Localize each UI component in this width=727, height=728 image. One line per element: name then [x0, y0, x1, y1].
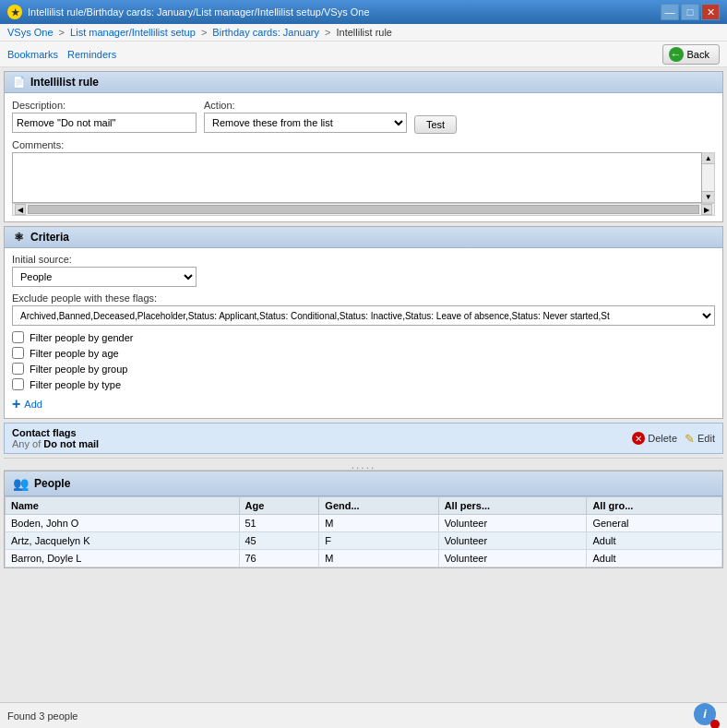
- add-row[interactable]: + Add: [12, 396, 715, 412]
- source-select[interactable]: People Groups Roles: [12, 267, 197, 287]
- toolbar: Bookmarks Reminders ← Back: [0, 42, 727, 67]
- rule-icon: 📄: [12, 76, 25, 89]
- breadcrumb-birthday-cards[interactable]: Birthday cards: January: [212, 27, 319, 38]
- title-bar-left: ★ Intellilist rule/Birthday cards: Janua…: [7, 5, 370, 19]
- status-bar: Found 3 people i: [0, 702, 727, 728]
- exclude-flags-label: Exclude people with these flags:: [12, 292, 715, 304]
- edit-icon: ✎: [685, 432, 695, 446]
- breadcrumb-current: Intellilist rule: [336, 27, 392, 38]
- intellilist-rule-title: Intellilist rule: [30, 76, 99, 89]
- initial-source-label: Initial source:: [12, 254, 715, 265]
- filter-age-label[interactable]: Filter people by age: [30, 348, 119, 359]
- contact-flags-left: Contact flags Any of Do not mail: [12, 427, 99, 449]
- table-cell-4: Adult: [587, 532, 722, 550]
- breadcrumb-list-manager[interactable]: List manager/Intellilist setup: [70, 27, 196, 38]
- people-panel: 👥 People Name Age Gend... All pers... Al…: [4, 471, 723, 568]
- info-badge: [710, 720, 720, 729]
- action-select[interactable]: Remove these from the list Add these to …: [204, 113, 407, 133]
- filter-gender-row: Filter people by gender: [12, 331, 715, 343]
- filter-age-checkbox[interactable]: [12, 347, 24, 359]
- contact-flags-any: Any of: [12, 438, 41, 449]
- col-all-groups: All gro...: [587, 497, 722, 515]
- description-input[interactable]: [12, 113, 197, 133]
- table-row[interactable]: Boden, John O51MVolunteerGeneral: [6, 515, 722, 532]
- filter-type-row: Filter people by type: [12, 378, 715, 390]
- comments-textarea[interactable]: [12, 152, 702, 203]
- table-header-row: Name Age Gend... All pers... All gro...: [6, 497, 722, 515]
- table-row[interactable]: Barron, Doyle L76MVolunteerAdult: [6, 550, 722, 567]
- title-bar-controls: — □ ✕: [661, 4, 720, 20]
- comments-scroll-area: ▲ ▼ ◀ ▶: [12, 152, 715, 216]
- window-title: Intellilist rule/Birthday cards: January…: [28, 6, 370, 18]
- delete-label: Delete: [648, 433, 677, 444]
- breadcrumb: VSys One > List manager/Intellilist setu…: [0, 24, 727, 42]
- comments-label: Comments:: [12, 139, 715, 150]
- action-field-block: Action: Remove these from the list Add t…: [204, 100, 407, 133]
- title-bar: ★ Intellilist rule/Birthday cards: Janua…: [0, 0, 727, 24]
- table-cell-1: 76: [239, 550, 319, 567]
- filter-gender-label[interactable]: Filter people by gender: [30, 332, 134, 343]
- table-row[interactable]: Artz, Jacquelyn K45FVolunteerAdult: [6, 532, 722, 550]
- contact-flags-actions: ✕ Delete ✎ Edit: [632, 432, 715, 446]
- action-label: Action:: [204, 100, 407, 111]
- test-button[interactable]: Test: [414, 115, 457, 134]
- maximize-button[interactable]: □: [681, 4, 699, 20]
- filter-group-checkbox[interactable]: [12, 363, 24, 375]
- resize-handle[interactable]: .....: [4, 458, 723, 471]
- vscroll-track: [702, 164, 714, 191]
- table-cell-4: Adult: [587, 550, 722, 567]
- close-button[interactable]: ✕: [701, 4, 720, 20]
- vscroll-up-arrow[interactable]: ▲: [702, 153, 714, 164]
- back-button[interactable]: ← Back: [662, 44, 720, 65]
- table-cell-0: Artz, Jacquelyn K: [6, 532, 240, 550]
- table-cell-0: Boden, John O: [6, 515, 240, 532]
- col-age: Age: [239, 497, 319, 515]
- comments-field-block: Comments: ▲ ▼ ◀ ▶: [12, 139, 715, 216]
- hscroll-bar[interactable]: ◀ ▶: [12, 203, 715, 216]
- minimize-button[interactable]: —: [661, 4, 679, 20]
- table-cell-3: Volunteer: [438, 532, 587, 550]
- filter-group-label[interactable]: Filter people by group: [30, 364, 127, 375]
- add-link[interactable]: Add: [24, 399, 42, 410]
- bookmarks-link[interactable]: Bookmarks: [7, 49, 58, 60]
- hscroll-right-arrow[interactable]: ▶: [701, 204, 712, 215]
- vscroll-down-arrow[interactable]: ▼: [702, 191, 714, 202]
- table-cell-1: 51: [239, 515, 319, 532]
- vscroll-bar[interactable]: ▲ ▼: [702, 152, 715, 203]
- table-cell-2: F: [319, 532, 438, 550]
- edit-button[interactable]: ✎ Edit: [685, 432, 715, 446]
- desc-action-row: Description: Action: Remove these from t…: [12, 99, 715, 134]
- flags-select[interactable]: Archived,Banned,Deceased,Placeholder,Sta…: [12, 305, 715, 326]
- back-icon: ←: [669, 47, 684, 62]
- people-header: 👥 People: [5, 471, 722, 496]
- criteria-icon: ⚛: [12, 231, 25, 244]
- filter-type-label[interactable]: Filter people by type: [30, 379, 121, 390]
- breadcrumb-sep-2: >: [201, 27, 209, 38]
- reminders-link[interactable]: Reminders: [67, 49, 116, 60]
- hscroll-left-arrow[interactable]: ◀: [15, 204, 26, 215]
- people-icon: 👥: [12, 475, 29, 492]
- table-cell-2: M: [319, 550, 438, 567]
- breadcrumb-sep-1: >: [59, 27, 67, 38]
- breadcrumb-sep-3: >: [325, 27, 333, 38]
- hscroll-thumb[interactable]: [28, 205, 699, 214]
- exclude-flags-row: Exclude people with these flags: Archive…: [12, 292, 715, 326]
- add-plus-icon: +: [12, 396, 20, 412]
- people-title: People: [34, 477, 70, 490]
- delete-button[interactable]: ✕ Delete: [632, 432, 677, 445]
- app-icon: ★: [7, 5, 22, 19]
- status-text: Found 3 people: [7, 710, 77, 722]
- intellilist-rule-body: Description: Action: Remove these from t…: [5, 93, 722, 221]
- col-gender: Gend...: [319, 497, 438, 515]
- toolbar-links: Bookmarks Reminders: [7, 49, 116, 60]
- table-cell-0: Barron, Doyle L: [6, 550, 240, 567]
- table-cell-3: Volunteer: [438, 550, 587, 567]
- contact-flags-title: Contact flags: [12, 427, 77, 438]
- col-name: Name: [6, 497, 240, 515]
- filter-gender-checkbox[interactable]: [12, 331, 24, 343]
- breadcrumb-vsys-one[interactable]: VSys One: [7, 27, 54, 38]
- info-icon-container[interactable]: i: [694, 703, 720, 729]
- filter-type-checkbox[interactable]: [12, 378, 24, 390]
- description-field-block: Description:: [12, 100, 197, 133]
- test-btn-container: Test: [414, 115, 457, 134]
